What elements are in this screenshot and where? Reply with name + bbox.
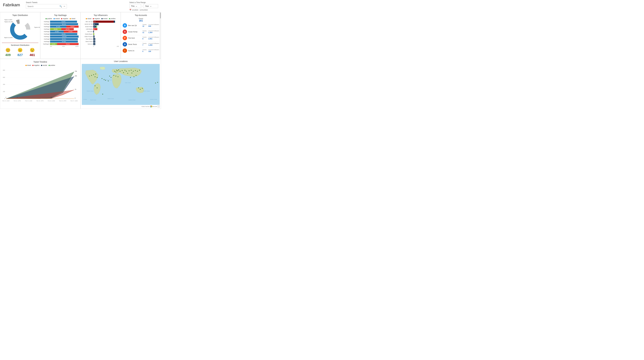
logo: Fabrikam [3,3,20,7]
svg-text:Pacific Ocean: Pacific Ocean [87,90,94,92]
svg-point-58 [123,72,124,73]
top-tweets-section: Tweets 161 [123,18,159,22]
chevron-down-icon-2 [150,5,151,6]
svg-point-65 [93,74,94,75]
svg-point-69 [97,77,98,78]
expand-icon[interactable]: ⤢ [158,105,160,107]
svg-point-43 [116,70,117,71]
svg-text:766: 766 [75,70,77,72]
legend-mixed: mixed [70,18,75,19]
svg-text:1: 1 [17,96,18,98]
influencer-row-7: Adam Puzyna 8 [82,35,119,37]
svg-point-4 [14,24,26,35]
tweet-timeline-panel: Tweet Timeline mixed negative neutral po… [0,59,80,109]
svg-point-59 [127,73,128,74]
svg-point-79 [155,83,156,83]
calendar-icon: 📅 [130,9,132,11]
avatar-denis: D [123,42,127,46]
legend-neutral-inf: neutral [102,18,108,19]
legend-neutral-tl: neutral [41,64,47,66]
timeline-legend: mixed negative neutral positive [2,64,78,66]
top-hashtags-panel: Top Hashtags positive neutral negative m… [40,12,80,59]
top-hashtags-title: Top Hashtags [42,14,78,16]
account-item-ben: B Ben van Zyl Tweets 12 Account Follower… [123,23,159,28]
divider-1 [123,29,159,29]
svg-text:Atlantic Ocean: Atlantic Ocean [106,79,112,80]
avatar-ben: B [123,23,127,28]
svg-point-82 [111,77,112,78]
happy-emoji: 😊 [5,48,11,52]
avatar-susan: S [123,29,127,34]
time-this-select[interactable]: This [130,4,141,8]
topic4-label: Topic4 49.89% [34,27,40,28]
svg-point-84 [130,77,131,78]
svg-text:Southern Ocean: Southern Ocean [150,99,157,100]
sentiment-icons: 😊 409 😐 827 😟 461 [2,48,38,57]
negative-dot [61,18,62,19]
hashtag-row-4: Hashtag4 39.58% 43.75% [42,28,78,30]
hashtag-row-6: Hashtag6 95.45% [42,33,78,35]
timeline-chart: 800 600 400 200 0 766 [2,67,78,105]
legend-neutral: neutral [54,18,60,19]
svg-text:Feb 15, 12AM: Feb 15, 12AM [25,100,32,101]
topic1-label: Topic1 5.56% [4,19,12,20]
svg-point-80 [157,82,158,83]
influencer-axis: 0 100 [82,46,119,47]
svg-point-83 [102,94,103,95]
svg-point-46 [116,71,116,72]
time-controls: This - Year [130,4,158,8]
svg-text:Feb 16, 12AM: Feb 16, 12AM [48,100,55,101]
hashtags-legend: positive neutral negative mixed [42,18,78,19]
neutral-dot [54,18,55,19]
svg-text:Feb 14, 12AM: Feb 14, 12AM [2,100,10,101]
svg-point-86 [136,75,136,76]
influencers-legend: mixed negative neutral positive [82,18,119,19]
search-label: Search Tweets [26,1,67,3]
user-locations-panel: User Locations [80,59,161,109]
svg-text:800: 800 [3,69,5,71]
svg-point-77 [105,80,106,81]
svg-point-70 [94,85,96,86]
influencer-row-1: Ben van Zyl 137 [82,21,119,23]
search-input[interactable] [28,5,58,7]
search-icon: 🔍 [60,5,62,7]
svg-point-66 [91,75,92,76]
legend-negative: negative [61,18,68,19]
filter-icon: ✏ [64,5,65,7]
legend-negative-inf: negative [93,18,100,19]
top-influencers-title: Top Influencers [82,14,119,16]
svg-point-60 [132,72,132,73]
chevron-down-icon [136,5,137,6]
svg-point-49 [122,70,123,71]
svg-text:n Ocean: n Ocean [83,99,87,100]
hashtag-row-8: Hashtag8 97.67% [42,38,78,40]
time-year-select[interactable]: Year [144,4,158,8]
legend-mixed-tl: mixed [26,64,31,66]
svg-text:Southern Ocean: Southern Ocean [128,99,136,100]
microsoft-logo [150,106,152,107]
hashtag-row-9: Hashtag9 97.62% [42,40,78,42]
svg-point-51 [126,71,127,72]
influencer-row-3: Susan Kemp 17 8 [82,25,119,28]
negative-count: 461 [30,53,35,57]
svg-rect-87 [150,106,151,106]
svg-text:0: 0 [75,97,76,99]
svg-text:600: 600 [3,77,5,78]
svg-point-56 [137,71,138,72]
sentiment-negative: 😟 461 [30,48,35,57]
scrollbar-thumb[interactable] [160,12,161,18]
hashtag-row-2: Hashtag2 98.11% [42,23,78,25]
svg-text:200: 200 [3,91,5,92]
scrollbar-track[interactable] [160,12,161,59]
svg-text:4: 4 [6,96,6,98]
tweet-timeline-title: Tweet Timeline [2,61,78,63]
hashtag-row-1: Hashtag1 94.55% [42,21,78,23]
positive-dot [46,18,47,19]
influencer-row-8: Ihar Shchur 14 [82,38,119,40]
legend-positive-tl: positive [48,64,55,66]
search-box[interactable]: 🔍 ✏ [26,4,67,8]
svg-point-54 [133,71,134,72]
map-container: Pacific Ocean Atlantic Ocean Indian Ocea… [82,64,160,105]
sad-emoji: 😟 [30,48,35,52]
svg-text:43: 43 [51,96,52,98]
